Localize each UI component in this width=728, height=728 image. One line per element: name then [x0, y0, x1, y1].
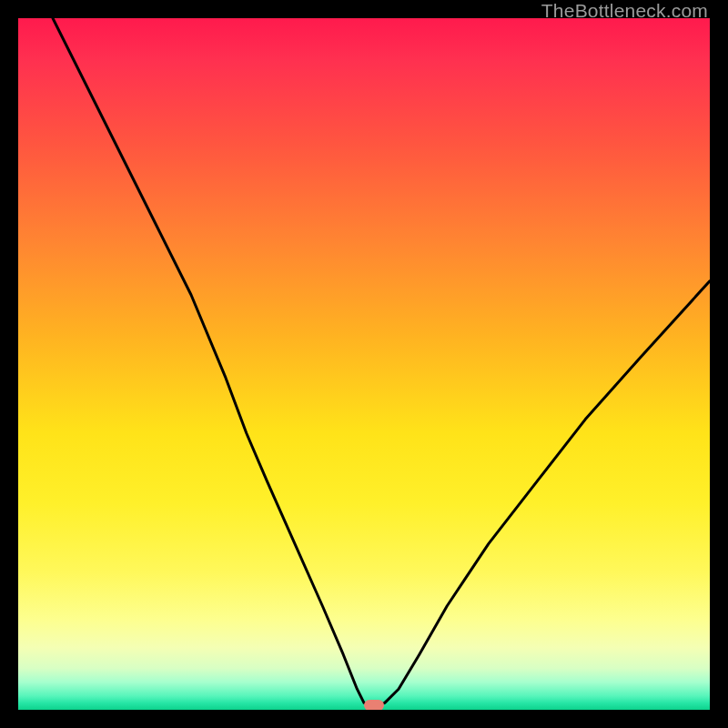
bottleneck-curve	[18, 18, 710, 710]
watermark-text: TheBottleneck.com	[541, 0, 708, 22]
plot-area	[18, 18, 710, 710]
optimal-marker	[364, 700, 384, 710]
chart-frame: TheBottleneck.com	[0, 0, 728, 728]
